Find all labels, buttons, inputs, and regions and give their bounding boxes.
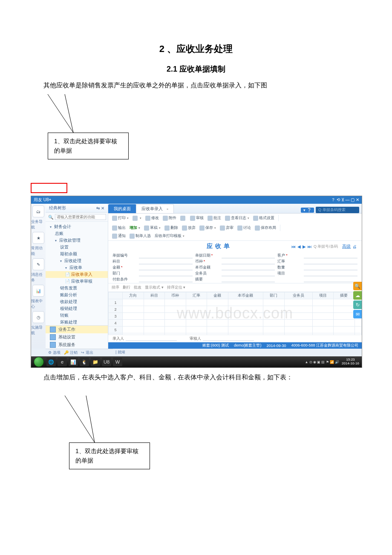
grid-cell[interactable]: [312, 320, 334, 327]
grid-cell[interactable]: [312, 313, 334, 320]
grid-col-header[interactable]: 业务员: [284, 292, 312, 299]
field-input[interactable]: [304, 259, 357, 264]
grid-cell[interactable]: [263, 299, 285, 306]
field-input[interactable]: [304, 253, 357, 258]
grid-cell[interactable]: [207, 327, 228, 333]
grid-cell[interactable]: [123, 333, 144, 335]
grid-col-header[interactable]: 科目: [144, 292, 165, 299]
taskbar-app-icon[interactable]: 📁: [91, 358, 100, 366]
grid-col-header[interactable]: 项目: [312, 292, 334, 299]
grid-cell[interactable]: [263, 333, 285, 335]
grid-cell[interactable]: [144, 299, 165, 306]
nav-item[interactable]: 总账: [46, 230, 108, 237]
search-icon[interactable]: 🔍: [48, 215, 53, 220]
nav-item[interactable]: 应收款管理: [46, 237, 108, 244]
toolbar-button[interactable]: 输出: [111, 225, 127, 231]
grid-cell[interactable]: [312, 306, 334, 313]
nav-header-controls[interactable]: ⇆ ✕: [96, 206, 104, 211]
grid-cell[interactable]: [355, 327, 362, 333]
grid-cell[interactable]: [263, 327, 285, 333]
nav-arrow[interactable]: ⏮: [291, 244, 296, 249]
tab-search-dd[interactable]: ▾ ❔: [301, 208, 314, 213]
table-row[interactable]: 5: [109, 327, 362, 333]
grid-cell[interactable]: [186, 306, 207, 313]
taskbar-app-icon[interactable]: e: [58, 358, 67, 366]
grid-cell[interactable]: [207, 320, 228, 327]
grid-cell[interactable]: [228, 306, 263, 313]
tab-active[interactable]: 应收单录入 ×: [136, 204, 174, 213]
grid-col-header[interactable]: 摘要: [334, 292, 355, 299]
taskbar-app-icon[interactable]: 🐧: [80, 358, 89, 366]
field-input[interactable]: [222, 271, 275, 276]
field-input[interactable]: [222, 277, 275, 282]
tab-search-input[interactable]: Q 单据条码搜索: [316, 207, 359, 213]
leftbar-icon[interactable]: ★: [32, 232, 44, 244]
grid-cell[interactable]: [165, 299, 186, 306]
toolbar-button[interactable]: 保存布局: [254, 225, 277, 231]
nav-search-hint[interactable]: Q 单据号/条码: [314, 244, 338, 249]
grid-cell[interactable]: [355, 333, 362, 335]
grid-toolbar-item[interactable]: 删行: [123, 285, 130, 290]
grid-toolbar-item[interactable]: 排序定位 ▾: [167, 285, 186, 290]
taskbar-app-icon[interactable]: W: [113, 358, 122, 366]
grid-cell[interactable]: [186, 299, 207, 306]
field-input[interactable]: [304, 271, 357, 276]
grid-cell[interactable]: [186, 313, 207, 320]
grid-cell[interactable]: [312, 333, 334, 335]
toolbar-button[interactable]: 增加▾: [128, 225, 141, 231]
grid-cell[interactable]: [186, 320, 207, 327]
grid-cell[interactable]: [123, 306, 144, 313]
nav-item[interactable]: 应收处理: [46, 257, 108, 264]
leftbar-icon[interactable]: ✎: [32, 258, 44, 270]
grid-cell[interactable]: [228, 299, 263, 306]
grid-cell[interactable]: [334, 333, 355, 335]
field-input[interactable]: [139, 259, 193, 264]
side-tool[interactable]: ☁: [353, 291, 362, 300]
grid-cell[interactable]: [165, 306, 186, 313]
grid-col-header[interactable]: 方向: [123, 292, 144, 299]
grid-toolbar-item[interactable]: 排序: [112, 285, 119, 290]
grid-cell[interactable]: [123, 320, 144, 327]
grid-col-header[interactable]: 汇率: [186, 292, 207, 299]
nav-bottom-item[interactable]: 基础设置: [46, 333, 108, 341]
grid-cell[interactable]: [228, 327, 263, 333]
nav-item[interactable]: 销售发票: [46, 285, 108, 292]
toolbar-button[interactable]: 查看日志▾: [224, 215, 251, 221]
grid-toolbar-item[interactable]: 显示格式 ▾: [145, 285, 164, 290]
grid-cell[interactable]: [144, 313, 165, 320]
field-input[interactable]: [304, 277, 357, 282]
grid-col-header[interactable]: 本币金额: [228, 292, 263, 299]
side-tool[interactable]: 🔍: [353, 282, 362, 290]
field-input[interactable]: [222, 259, 275, 264]
grid-cell[interactable]: [207, 306, 228, 313]
nav-item[interactable]: 转账: [46, 312, 108, 319]
grid-cell[interactable]: [207, 299, 228, 306]
toolbar-button[interactable]: 修改: [144, 215, 160, 221]
field-input[interactable]: [139, 271, 193, 276]
field-input[interactable]: [139, 277, 193, 282]
grid-cell[interactable]: [284, 313, 312, 320]
grid-cell[interactable]: [334, 320, 355, 327]
grid-cell[interactable]: [123, 313, 144, 320]
nav-arrow[interactable]: ◀: [297, 244, 301, 249]
grid-col-header[interactable]: 币种: [165, 292, 186, 299]
grid-cell[interactable]: [334, 306, 355, 313]
close-icon[interactable]: ×: [167, 207, 169, 211]
field-input[interactable]: [222, 253, 275, 258]
nav-bottom-item[interactable]: 业务工作: [46, 326, 108, 333]
toolbar-button[interactable]: 批注: [206, 215, 222, 221]
grid-cell[interactable]: [263, 320, 285, 327]
toolbar-button[interactable]: 保存▾: [198, 225, 217, 231]
grid-cell[interactable]: [284, 306, 312, 313]
grid-cell[interactable]: [165, 313, 186, 320]
toolbar-button[interactable]: 格式设置: [252, 215, 276, 221]
taskbar-app-icon[interactable]: 📊: [69, 358, 78, 366]
toolbar-button[interactable]: 放弃: [181, 225, 197, 231]
grid-cell[interactable]: [284, 320, 312, 327]
grid-cell[interactable]: [186, 327, 207, 333]
grid-cell[interactable]: [207, 313, 228, 320]
table-row[interactable]: 1: [109, 299, 362, 306]
toolbar-button[interactable]: 通知: [111, 233, 127, 239]
left-footer-item[interactable]: 注销: [64, 350, 78, 356]
taskbar-app-icon[interactable]: U8: [102, 358, 111, 366]
